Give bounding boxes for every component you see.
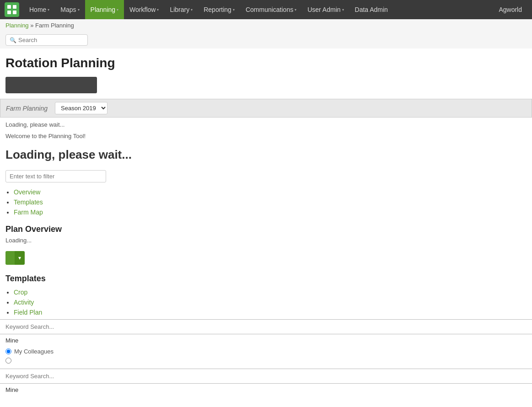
crop-link[interactable]: Crop (14, 289, 27, 296)
toolbar-area (5, 77, 97, 93)
list-item-crop[interactable]: Crop (14, 287, 527, 297)
svg-rect-3 (13, 11, 16, 14)
nav-item-home[interactable]: Home ▾ (24, 0, 55, 19)
keyword-search-2[interactable] (0, 369, 532, 384)
plan-loading: Loading... (0, 236, 532, 247)
breadcrumb-current: Farm Planning (35, 22, 74, 29)
top-navigation: Home ▾ Maps ▾ Planning ▾ Workflow ▾ Libr… (0, 0, 532, 19)
activity-link[interactable]: Activity (14, 299, 34, 306)
list-item-activity[interactable]: Activity (14, 297, 527, 307)
list-item-farm-map[interactable]: Farm Map (14, 207, 527, 217)
user-name[interactable]: Agworld (493, 6, 527, 13)
search-bar-wrapper: 🔍 (0, 32, 532, 48)
season-select[interactable]: Season 2019 Season 2018 Season 2017 Seas… (55, 102, 107, 114)
mine-label-2: Mine (0, 384, 532, 396)
my-colleagues-row: My Colleagues (0, 347, 532, 356)
filter-input[interactable] (5, 170, 106, 182)
app-logo (5, 2, 19, 17)
search-bar[interactable]: 🔍 (5, 34, 88, 46)
farm-planning-label: Farm Planning (6, 105, 48, 112)
list-item-overview[interactable]: Overview (14, 187, 527, 197)
nav-list: Overview Templates Farm Map (0, 185, 532, 219)
breadcrumb-separator: » (30, 22, 33, 29)
other-radio[interactable] (5, 358, 11, 364)
svg-rect-1 (13, 5, 16, 9)
loading-large: Loading, please wait... (0, 140, 532, 167)
search-icon: 🔍 (10, 37, 16, 43)
overview-link[interactable]: Overview (14, 188, 40, 196)
templates-list: Crop Activity Field Plan (0, 285, 532, 319)
nav-item-data-admin[interactable]: Data Admin (349, 0, 393, 19)
farm-map-link[interactable]: Farm Map (14, 209, 43, 216)
my-colleagues-label: My Colleagues (14, 348, 54, 355)
nav-item-communications[interactable]: Communications ▾ (240, 0, 302, 19)
green-btn-group: ▾ (5, 251, 527, 265)
farm-planning-bar: Farm Planning Season 2019 Season 2018 Se… (0, 99, 532, 118)
nav-items: Home ▾ Maps ▾ Planning ▾ Workflow ▾ Libr… (24, 0, 493, 19)
breadcrumb: Planning » Farm Planning (0, 19, 532, 32)
plan-overview-title: Plan Overview (0, 219, 532, 236)
svg-rect-0 (7, 5, 11, 9)
green-action-dropdown[interactable]: ▾ (15, 251, 25, 265)
list-item-templates[interactable]: Templates (14, 197, 527, 207)
field-plan-link[interactable]: Field Plan (14, 309, 42, 316)
page-title: Rotation Planning (0, 48, 532, 75)
templates-link[interactable]: Templates (14, 198, 43, 206)
nav-item-workflow[interactable]: Workflow ▾ (124, 0, 164, 19)
list-item-field-plan[interactable]: Field Plan (14, 307, 527, 317)
nav-item-planning[interactable]: Planning ▾ (85, 0, 124, 19)
loading-small-1: Loading, please wait... (0, 118, 532, 129)
loading-small-2: Welcome to the Planning Tool! (0, 129, 532, 140)
mine-label-1: Mine (0, 334, 532, 347)
nav-item-user-admin[interactable]: User Admin ▾ (302, 0, 349, 19)
nav-item-reporting[interactable]: Reporting ▾ (198, 0, 240, 19)
breadcrumb-parent[interactable]: Planning (5, 22, 29, 29)
keyword-search-1[interactable] (0, 319, 532, 334)
search-input[interactable] (18, 37, 82, 43)
other-radio-row (0, 356, 532, 365)
filter-input-wrapper (0, 167, 532, 185)
nav-item-maps[interactable]: Maps ▾ (55, 0, 85, 19)
svg-rect-2 (7, 11, 11, 14)
templates-title: Templates (0, 268, 532, 285)
nav-item-library[interactable]: Library ▾ (164, 0, 198, 19)
my-colleagues-radio[interactable] (5, 348, 11, 354)
green-action-button[interactable] (5, 251, 15, 265)
